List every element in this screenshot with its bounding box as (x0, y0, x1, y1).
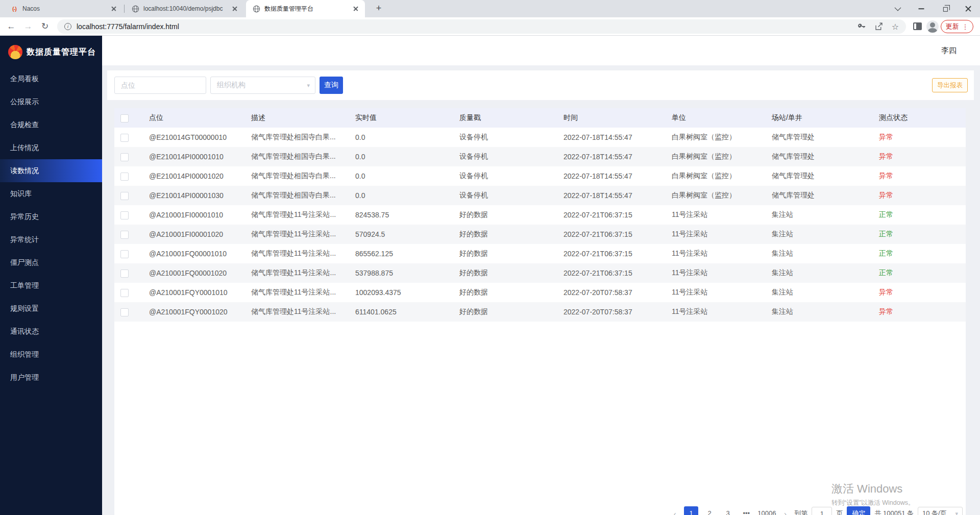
row-checkbox[interactable] (120, 269, 129, 278)
org-select-placeholder: 组织机构 (217, 81, 246, 90)
row-checkbox[interactable] (120, 134, 129, 142)
app-header: 李四 (102, 36, 980, 65)
cell-station: 集注站 (766, 205, 873, 225)
sidebar-item[interactable]: 用户管理 (0, 366, 102, 389)
jump-page-input[interactable] (812, 507, 832, 515)
cell-unit: 11号注采站 (666, 225, 766, 244)
total-count-label: 共 100051 条 (874, 509, 914, 515)
sidebar-item[interactable]: 规则设置 (0, 297, 102, 320)
page-button[interactable]: 10006 (757, 506, 776, 515)
row-checkbox[interactable] (120, 250, 129, 258)
cell-time: 2022-07-18T14:55:47 (557, 147, 666, 166)
password-key-icon[interactable] (857, 22, 866, 31)
close-icon[interactable] (352, 5, 360, 13)
row-checkbox[interactable] (120, 192, 129, 200)
sidebar-item[interactable]: 通讯状态 (0, 320, 102, 343)
back-button[interactable]: ← (5, 20, 17, 33)
cell-realtime-value: 0.0 (349, 147, 453, 166)
page-button[interactable]: 3 (721, 506, 735, 515)
column-header: 时间 (557, 108, 666, 128)
browser-toolbar: ← → ↻ i localhost:7775/falarm/index.html… (0, 17, 980, 36)
row-checkbox-cell (114, 205, 143, 225)
sidebar-item[interactable]: 工单管理 (0, 274, 102, 297)
sidebar-item[interactable]: 知识库 (0, 182, 102, 205)
browser-tab[interactable]: 数据质量管理平台 (246, 0, 365, 17)
cell-description: 储气库管理处11号注采站... (245, 283, 349, 302)
menu-dots-icon[interactable]: ⋮ (962, 23, 969, 31)
close-button[interactable] (957, 0, 980, 17)
org-select[interactable]: 组织机构 ▾ (210, 77, 315, 94)
cell-status: 正常 (873, 244, 966, 263)
page-button[interactable]: 2 (702, 506, 717, 515)
minimize-icon (919, 8, 924, 9)
minimize-button[interactable] (910, 0, 933, 17)
sidebar-item[interactable]: 合规检查 (0, 113, 102, 136)
cell-status: 异常 (873, 166, 966, 186)
row-checkbox[interactable] (120, 289, 129, 297)
cell-realtime-value: 824538.75 (349, 205, 453, 225)
cell-description: 储气库管理处11号注采站... (245, 225, 349, 244)
sidebar-item[interactable]: 读数情况 (0, 159, 102, 182)
sidebar-item[interactable]: 公报展示 (0, 90, 102, 113)
close-icon[interactable] (110, 5, 118, 13)
row-checkbox-cell (114, 283, 143, 302)
row-checkbox[interactable] (120, 153, 129, 161)
row-checkbox[interactable] (120, 308, 129, 316)
share-icon[interactable] (874, 22, 884, 31)
sidebar-item[interactable]: 异常统计 (0, 228, 102, 251)
export-report-button[interactable]: 导出报表 (932, 78, 968, 92)
page-button[interactable]: ••• (739, 506, 753, 515)
sidebar-item[interactable]: 异常历史 (0, 205, 102, 228)
site-info-icon[interactable]: i (64, 23, 71, 30)
cell-station: 储气库管理处 (766, 128, 873, 147)
sidebar-item[interactable]: 全局看板 (0, 67, 102, 90)
row-checkbox[interactable] (120, 211, 129, 219)
row-checkbox-cell (114, 186, 143, 205)
point-input[interactable] (114, 77, 206, 94)
close-icon[interactable] (231, 5, 239, 13)
address-bar[interactable]: i localhost:7775/falarm/index.html ☆ (57, 19, 906, 34)
url-text[interactable]: localhost:7775/falarm/index.html (77, 22, 179, 31)
browser-tab[interactable]: (-)Nacos (4, 0, 123, 17)
globe-icon (252, 5, 260, 13)
next-page-button[interactable]: › (780, 509, 790, 515)
cell-point-id: @A210001FQY0001010 (143, 283, 245, 302)
cell-point-id: @E210014GT00000010 (143, 128, 245, 147)
tab-title: 数据质量管理平台 (264, 5, 349, 13)
cell-station: 集注站 (766, 302, 873, 322)
cell-unit: 11号注采站 (666, 205, 766, 225)
reload-button[interactable]: ↻ (39, 20, 51, 33)
side-panel-icon[interactable] (913, 22, 922, 30)
row-checkbox[interactable] (120, 173, 129, 181)
windows-activation-watermark: 激活 Windows 转到“设置”以激活 Windows。 (831, 481, 915, 507)
cell-station: 集注站 (766, 263, 873, 283)
restore-button[interactable] (933, 0, 957, 17)
table-row: @A210001FI00001010储气库管理处11号注采站...824538.… (114, 205, 966, 225)
cell-point-id: @A210001FQ00001010 (143, 244, 245, 263)
forward-button[interactable]: → (22, 20, 34, 33)
row-checkbox-cell (114, 166, 143, 186)
cell-quality-stamp: 好的数据 (453, 205, 557, 225)
sidebar-item[interactable]: 上传情况 (0, 136, 102, 159)
row-checkbox[interactable] (120, 231, 129, 239)
search-button[interactable]: 查询 (320, 77, 343, 94)
user-name[interactable]: 李四 (941, 36, 957, 65)
bookmark-star-icon[interactable]: ☆ (892, 22, 899, 32)
chrome-update-button[interactable]: 更新 ⋮ (941, 20, 973, 33)
cell-station: 集注站 (766, 244, 873, 263)
browser-tab[interactable]: localhost:10040/demo/psjdbc (125, 0, 244, 17)
select-all-checkbox[interactable] (120, 114, 129, 122)
window-controls (886, 0, 980, 17)
new-tab-button[interactable]: + (373, 3, 385, 15)
sidebar-item[interactable]: 僵尸测点 (0, 251, 102, 274)
page-button[interactable]: 1 (684, 506, 698, 515)
page-size-select[interactable]: 10 条/页▾ (918, 507, 963, 515)
confirm-button[interactable]: 确定 (847, 506, 870, 515)
profile-avatar[interactable] (926, 20, 939, 33)
tab-search-button[interactable] (886, 0, 910, 17)
cell-point-id: @E210014PI00001010 (143, 147, 245, 166)
sidebar-item[interactable]: 组织管理 (0, 343, 102, 366)
prev-page-button[interactable]: ‹ (670, 509, 680, 515)
table-panel: 点位描述实时值质量戳时间单位场站/单井测点状态 @E210014GT000000… (114, 108, 966, 515)
cell-description: 储气库管理处相国寺白果... (245, 147, 349, 166)
